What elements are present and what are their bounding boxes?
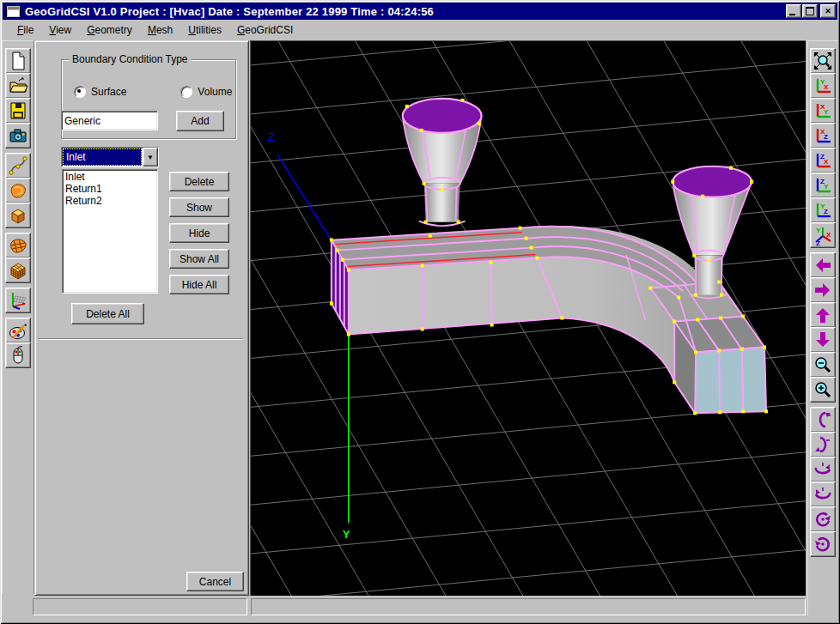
pan-down-button[interactable] (810, 327, 836, 353)
save-project-icon (8, 100, 28, 121)
funnel-left (403, 99, 482, 226)
status-bar-left (33, 598, 247, 615)
mouse-settings-button[interactable] (5, 342, 31, 368)
boundary-conditions-button[interactable] (5, 288, 31, 313)
y-axis-label: Y (343, 528, 350, 541)
svg-text:Y: Y (824, 108, 829, 116)
boundary-conditions-icon (8, 290, 28, 311)
volume-mesh-button[interactable] (5, 257, 31, 283)
show-button[interactable]: Show (169, 197, 229, 217)
hide-all-button[interactable]: Hide All (169, 275, 229, 294)
surface-mesh-button[interactable] (5, 233, 31, 258)
delete-button[interactable]: Delete (169, 172, 229, 191)
rotate-x-minus-icon (813, 409, 833, 430)
create-volume-icon (8, 205, 28, 226)
open-project-icon (8, 76, 28, 96)
view-iso-icon: YXZ (813, 225, 833, 245)
zoom-out-button[interactable] (810, 352, 836, 378)
maximize-button[interactable] (802, 4, 818, 18)
menu-view[interactable]: View (41, 22, 79, 38)
hide-button[interactable]: Hide (169, 223, 229, 243)
view-yz-icon: YZ (813, 200, 833, 221)
rotate-x-plus-button[interactable] (810, 432, 836, 457)
zoom-in-button[interactable] (810, 377, 836, 403)
surface-radio[interactable]: Surface (74, 86, 126, 98)
add-button[interactable]: Add (176, 111, 224, 131)
app-icon (6, 5, 21, 18)
view-yz-button[interactable]: YZ (810, 197, 836, 223)
render-attributes-icon (8, 320, 28, 341)
bc-listbox[interactable]: Inlet Return1 Return2 (62, 169, 158, 294)
zoom-out-icon (813, 354, 833, 375)
snapshot-button[interactable] (5, 123, 31, 148)
menu-geogridcsi[interactable]: GeoGridCSI (229, 22, 301, 38)
cancel-button[interactable]: Cancel (186, 572, 244, 591)
app-window: GeoGridCSI V1.0 Project : [Hvac] Date : … (0, 0, 840, 624)
rotate-y-plus-button[interactable] (810, 482, 836, 507)
fit-view-icon (813, 51, 833, 71)
boundary-condition-panel: Boundary Condition Type Surface Volume A… (34, 40, 249, 596)
view-zx-button[interactable]: ZX (810, 148, 836, 173)
create-surface-button[interactable] (5, 178, 31, 203)
right-toolbar: YXXYXZZXZYYZYXZ (807, 40, 838, 615)
save-project-button[interactable] (5, 98, 31, 124)
menu-geometry[interactable]: Geometry (79, 22, 140, 38)
bc-name-input[interactable] (61, 111, 158, 130)
rotate-z-plus-button[interactable] (810, 506, 836, 532)
view-zy-button[interactable]: ZY (810, 173, 836, 198)
open-project-button[interactable] (5, 73, 31, 99)
view-xy-icon: XY (813, 100, 833, 121)
render-attributes-button[interactable] (5, 318, 31, 343)
pan-right-button[interactable] (810, 277, 836, 303)
surface-radio-circle[interactable] (74, 86, 86, 98)
rotate-y-minus-icon (813, 459, 833, 480)
create-curve-icon (8, 155, 28, 176)
left-toolbar (2, 40, 34, 594)
create-curve-button[interactable] (5, 153, 31, 179)
surface-mesh-icon (8, 235, 28, 256)
viewport-3d[interactable]: Z Y (250, 40, 806, 596)
menu-file[interactable]: File (9, 22, 41, 38)
list-item[interactable]: Return1 (65, 183, 155, 195)
maximize-icon (806, 7, 814, 15)
close-button[interactable]: ✕ (820, 4, 836, 18)
new-file-button[interactable] (5, 48, 31, 74)
svg-text:X: X (824, 83, 829, 91)
show-all-button[interactable]: Show All (169, 249, 229, 269)
pan-left-button[interactable] (810, 252, 836, 278)
minimize-button[interactable] (786, 4, 801, 18)
create-volume-button[interactable] (5, 203, 31, 228)
svg-text:Y: Y (824, 183, 829, 191)
pan-up-icon (813, 305, 833, 325)
list-item[interactable]: Inlet (65, 171, 155, 183)
rotate-y-minus-button[interactable] (810, 457, 836, 482)
menu-bar: File View Geometry Mesh Utilities GeoGri… (3, 21, 837, 39)
hvac-duct-model (330, 99, 768, 415)
status-bar-right (251, 598, 806, 615)
bc-combo[interactable]: Inlet ▼ (61, 147, 159, 167)
pan-up-button[interactable] (810, 302, 836, 328)
panel-separator (39, 338, 243, 340)
funnel-right-opening (673, 167, 752, 197)
fit-view-button[interactable] (810, 48, 836, 74)
window-title: GeoGridCSI V1.0 Project : [Hvac] Date : … (25, 5, 434, 18)
view-iso-button[interactable]: YXZ (810, 222, 836, 248)
pan-down-icon (813, 330, 833, 350)
list-item[interactable]: Return2 (65, 195, 155, 207)
volume-mesh-icon (8, 260, 28, 281)
menu-mesh[interactable]: Mesh (140, 22, 180, 38)
delete-all-button[interactable]: Delete All (71, 303, 144, 324)
rotate-z-minus-button[interactable] (810, 531, 836, 557)
title-bar[interactable]: GeoGridCSI V1.0 Project : [Hvac] Date : … (3, 3, 837, 20)
svg-text:Z: Z (824, 133, 828, 141)
view-xz-button[interactable]: XZ (810, 123, 836, 148)
volume-radio-circle[interactable] (180, 86, 192, 98)
view-zx-icon: ZX (813, 150, 833, 171)
volume-radio[interactable]: Volume (180, 86, 232, 98)
view-yx-button[interactable]: YX (810, 73, 836, 99)
menu-utilities[interactable]: Utilities (180, 22, 229, 38)
combo-dropdown-arrow-icon[interactable]: ▼ (143, 148, 158, 167)
view-zy-icon: ZY (813, 175, 833, 196)
rotate-x-minus-button[interactable] (810, 407, 836, 433)
view-xy-button[interactable]: XY (810, 98, 836, 124)
